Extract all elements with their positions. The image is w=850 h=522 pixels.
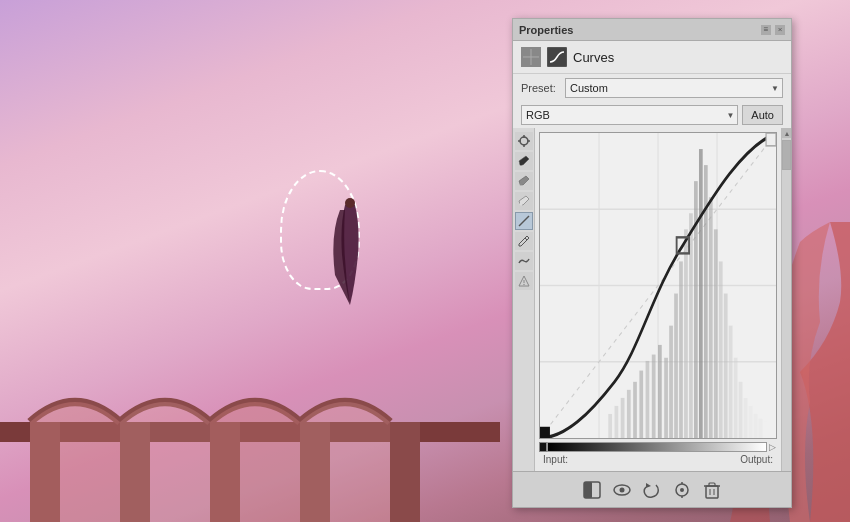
svg-rect-41 (719, 261, 723, 438)
add-mask-button[interactable] (581, 479, 603, 501)
svg-rect-47 (749, 406, 753, 438)
rgb-row: RGB Red Green Blue ▼ Auto (513, 102, 791, 128)
panel-titlebar: Properties ≡ × (513, 19, 791, 41)
svg-rect-55 (633, 382, 637, 438)
scrollbar-thumb[interactable] (782, 140, 791, 170)
adjustment-layer-icon (521, 47, 541, 67)
svg-rect-49 (759, 419, 763, 438)
svg-rect-42 (724, 294, 728, 438)
curve-svg (540, 133, 776, 438)
svg-rect-57 (646, 361, 650, 438)
clip-button[interactable] (671, 479, 693, 501)
preset-row: Preset: Custom Default Strong Contrast L… (513, 74, 791, 102)
svg-rect-61 (540, 427, 550, 438)
svg-rect-40 (714, 229, 718, 438)
tools-toolbar (513, 128, 535, 471)
output-label: Output: (740, 454, 773, 465)
black-point-slider[interactable] (539, 442, 547, 452)
curves-icon (547, 47, 567, 67)
svg-rect-72 (706, 486, 718, 498)
rgb-dropdown-wrapper: RGB Red Green Blue ▼ (521, 105, 738, 125)
svg-point-66 (620, 487, 625, 492)
reset-button[interactable] (641, 479, 663, 501)
panel-bottom-toolbar (513, 471, 791, 507)
pointer-tool-button[interactable] (515, 132, 533, 150)
properties-panel: Properties ≡ × Curves Preset: Custom (512, 18, 792, 508)
input-label: Input: (543, 454, 568, 465)
svg-marker-67 (646, 483, 651, 488)
svg-rect-45 (739, 382, 743, 438)
svg-rect-62 (766, 133, 776, 146)
auto-button[interactable]: Auto (742, 105, 783, 125)
rgb-dropdown[interactable]: RGB Red Green Blue (521, 105, 738, 125)
svg-rect-37 (699, 149, 703, 438)
svg-rect-32 (674, 294, 678, 438)
bridge (0, 302, 500, 522)
svg-point-11 (520, 137, 528, 145)
svg-rect-59 (658, 345, 662, 438)
svg-rect-51 (608, 414, 612, 438)
white-eyedropper-button[interactable] (515, 192, 533, 210)
scrollbar[interactable]: ▲ (781, 128, 791, 471)
curve-tool-button[interactable] (515, 212, 533, 230)
close-button[interactable]: × (775, 25, 785, 35)
svg-rect-5 (390, 422, 420, 522)
svg-point-6 (345, 198, 355, 208)
svg-rect-33 (679, 261, 683, 438)
gradient-bar-container: ▷ (539, 442, 777, 452)
svg-rect-34 (684, 229, 688, 438)
svg-rect-54 (627, 390, 631, 438)
svg-rect-50 (764, 422, 768, 438)
preset-dropdown[interactable]: Custom Default Strong Contrast Linear Me… (565, 78, 783, 98)
svg-rect-39 (709, 197, 713, 438)
delete-button[interactable] (701, 479, 723, 501)
figure (320, 195, 380, 315)
svg-point-21 (523, 284, 524, 285)
panel-content: ▷ Input: Output: ▲ (513, 128, 791, 471)
curves-label: Curves (573, 50, 614, 65)
white-point-triangle[interactable]: ▷ (767, 442, 777, 452)
svg-point-16 (519, 163, 522, 166)
svg-rect-53 (621, 398, 625, 438)
curve-area: ▷ Input: Output: (535, 128, 781, 471)
curve-canvas[interactable] (539, 132, 777, 439)
svg-point-69 (680, 488, 684, 492)
svg-point-17 (519, 183, 522, 186)
preset-dropdown-wrapper: Custom Default Strong Contrast Linear Me… (565, 78, 783, 98)
black-eyedropper-button[interactable] (515, 152, 533, 170)
smooth-tool-button[interactable] (515, 252, 533, 270)
clipping-button[interactable] (515, 272, 533, 290)
svg-rect-58 (652, 355, 656, 438)
visibility-toggle-button[interactable] (611, 479, 633, 501)
svg-rect-31 (669, 326, 673, 438)
svg-rect-44 (734, 358, 738, 438)
gray-eyedropper-button[interactable] (515, 172, 533, 190)
panel-title: Properties (519, 24, 573, 36)
svg-line-19 (525, 238, 527, 240)
collapse-button[interactable]: ≡ (761, 25, 771, 35)
io-row: Input: Output: (539, 452, 777, 467)
gradient-bar[interactable] (547, 442, 767, 452)
svg-rect-30 (664, 358, 668, 438)
svg-rect-43 (729, 326, 733, 438)
preset-label: Preset: (521, 82, 559, 94)
pencil-tool-button[interactable] (515, 232, 533, 250)
svg-rect-48 (754, 414, 758, 438)
svg-rect-52 (615, 406, 619, 438)
panel-header: Curves (513, 41, 791, 74)
svg-rect-64 (584, 482, 592, 498)
svg-point-18 (519, 203, 522, 206)
scroll-up-button[interactable]: ▲ (782, 128, 791, 138)
svg-rect-46 (744, 398, 748, 438)
title-controls: ≡ × (761, 25, 785, 35)
svg-rect-56 (639, 371, 643, 438)
